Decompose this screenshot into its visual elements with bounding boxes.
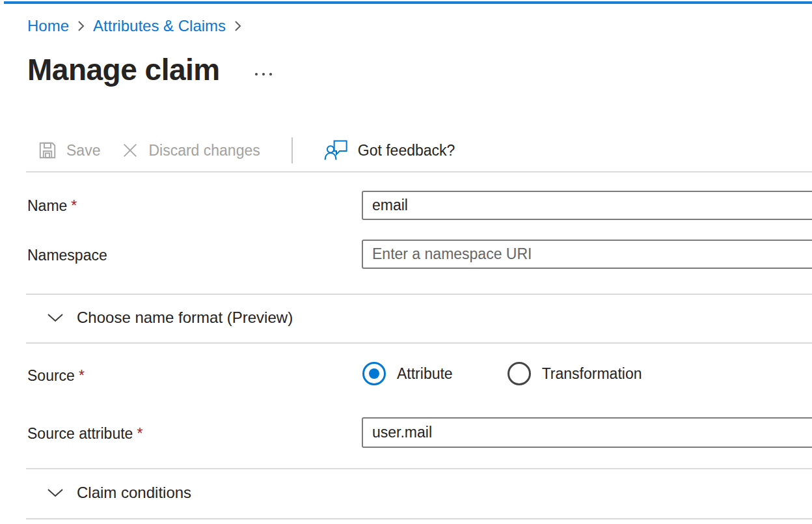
top-accent-bar — [4, 1, 812, 4]
divider — [26, 518, 812, 519]
name-label: Name* — [27, 197, 77, 215]
breadcrumb: Home Attributes & Claims — [27, 17, 242, 35]
source-radio-group: Attribute Transformation — [362, 362, 642, 385]
discard-changes-button[interactable]: Discard changes — [121, 141, 260, 159]
required-asterisk: * — [79, 367, 85, 384]
claim-conditions-section-title: Claim conditions — [77, 484, 191, 502]
chevron-down-icon — [47, 312, 64, 323]
discard-changes-label: Discard changes — [148, 142, 260, 159]
page-title: Manage claim — [27, 52, 220, 87]
name-input[interactable] — [362, 191, 812, 220]
source-attribute-label: Source attribute* — [27, 425, 142, 443]
attribute-radio-label: Attribute — [397, 365, 453, 383]
radio-selected-icon — [362, 362, 386, 385]
toolbar-separator — [291, 137, 293, 163]
radio-unselected-icon — [508, 362, 531, 385]
name-format-section-title: Choose name format (Preview) — [77, 309, 293, 327]
close-icon — [121, 141, 139, 159]
divider — [26, 342, 812, 344]
transformation-radio-label: Transformation — [542, 365, 642, 383]
got-feedback-label: Got feedback? — [358, 142, 455, 159]
required-asterisk: * — [137, 425, 142, 442]
name-format-section-toggle[interactable]: Choose name format (Preview) — [47, 309, 293, 327]
source-label: Source* — [27, 367, 85, 385]
source-attribute-input[interactable] — [362, 417, 812, 448]
chevron-right-icon — [77, 19, 85, 33]
toolbar-divider — [26, 171, 812, 172]
save-button[interactable]: Save — [38, 141, 100, 160]
namespace-label: Namespace — [27, 247, 107, 264]
save-icon — [38, 141, 57, 160]
chevron-right-icon — [234, 19, 242, 33]
got-feedback-button[interactable]: Got feedback? — [324, 139, 455, 162]
source-option-attribute[interactable]: Attribute — [362, 362, 453, 385]
feedback-person-icon — [324, 139, 349, 162]
namespace-input[interactable] — [362, 240, 812, 269]
source-option-transformation[interactable]: Transformation — [508, 362, 642, 385]
divider — [26, 294, 812, 295]
breadcrumb-attributes-claims-link[interactable]: Attributes & Claims — [93, 17, 226, 35]
command-bar: Save Discard changes Got feedback? — [38, 135, 455, 165]
divider — [26, 468, 812, 469]
chevron-down-icon — [47, 488, 64, 498]
save-label: Save — [66, 142, 100, 159]
required-asterisk: * — [71, 197, 77, 214]
more-options-icon[interactable] — [252, 69, 275, 79]
claim-conditions-section-toggle[interactable]: Claim conditions — [47, 484, 191, 502]
breadcrumb-home-link[interactable]: Home — [27, 17, 69, 35]
